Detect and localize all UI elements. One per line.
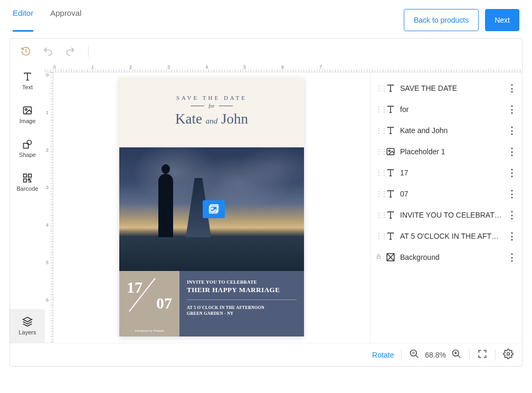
layer-label: INVITE YOU TO CELEBRATE …: [400, 211, 503, 219]
svg-rect-6: [24, 174, 27, 177]
svg-point-12: [212, 208, 213, 210]
layer-row[interactable]: ⋮⋮Kate and John⋮: [374, 120, 519, 141]
image-icon: [385, 146, 396, 157]
text-icon: [385, 167, 396, 178]
background-icon: [385, 252, 396, 263]
layer-label: 07: [400, 190, 503, 198]
text-icon: [385, 104, 396, 115]
layer-menu-icon[interactable]: ⋮: [507, 188, 517, 200]
left-toolbar: Text Image Shape Barcode Layers: [10, 64, 45, 343]
layer-menu-icon[interactable]: ⋮: [507, 146, 517, 157]
save-the-date-text[interactable]: SAVE THE DATE: [119, 95, 304, 101]
ruler-vertical: 0123456: [45, 72, 53, 343]
top-bar: Editor Approval Back to products Next: [0, 0, 532, 32]
names-text[interactable]: Kate and John: [119, 111, 304, 127]
svg-point-38: [507, 353, 510, 355]
zoom-controls: 68.8%: [409, 349, 462, 361]
drag-handle-icon[interactable]: ⋮⋮: [376, 148, 381, 155]
text-icon: [385, 125, 396, 136]
tab-editor[interactable]: Editor: [13, 8, 33, 32]
layer-label: AT 5 O'CLOCK IN THE AFTE…: [400, 232, 503, 240]
drag-handle-icon[interactable]: ⋮⋮: [376, 169, 381, 176]
layer-menu-icon[interactable]: ⋮: [507, 209, 517, 221]
svg-line-32: [416, 355, 419, 358]
text-icon: [385, 231, 396, 241]
tool-image-label: Image: [20, 118, 36, 124]
layer-row[interactable]: ⋮⋮17⋮: [374, 162, 519, 183]
svg-point-3: [25, 109, 27, 110]
text-icon: [385, 83, 396, 93]
status-bar: Rotate 68.8%: [10, 343, 522, 366]
tool-image[interactable]: Image: [10, 98, 45, 132]
tool-barcode[interactable]: Barcode: [10, 165, 45, 199]
invitation-card[interactable]: SAVE THE DATE for Kate and John: [119, 78, 304, 336]
card-header: SAVE THE DATE for Kate and John: [119, 78, 304, 147]
layer-menu-icon[interactable]: ⋮: [507, 167, 517, 179]
next-button[interactable]: Next: [485, 9, 519, 31]
drag-handle-icon[interactable]: [376, 254, 381, 261]
svg-rect-8: [24, 179, 27, 182]
zoom-level: 68.8%: [425, 351, 446, 359]
redo-button[interactable]: [64, 45, 77, 58]
zoom-in-icon[interactable]: [451, 349, 462, 361]
drag-handle-icon[interactable]: ⋮⋮: [376, 232, 381, 240]
card-info-block[interactable]: INVITE YOU TO CELEBRATE THEIR HAPPY MARR…: [179, 271, 304, 336]
card-date-block[interactable]: 17 07 Designed by Freepik: [119, 271, 179, 336]
layer-label: Kate and John: [400, 126, 503, 135]
tool-layers-label: Layers: [18, 329, 36, 335]
tab-approval[interactable]: Approval: [50, 8, 81, 32]
layer-row[interactable]: Background⋮: [374, 247, 519, 268]
zoom-out-icon[interactable]: [409, 349, 420, 361]
canvas-stage[interactable]: SAVE THE DATE for Kate and John: [53, 72, 370, 343]
layer-row[interactable]: ⋮⋮INVITE YOU TO CELEBRATE …⋮: [374, 204, 519, 226]
svg-rect-7: [28, 174, 32, 177]
card-photo-placeholder[interactable]: [119, 147, 304, 271]
tool-barcode-label: Barcode: [17, 185, 39, 192]
canvas-area: 01234567 0123456 SAVE THE DATE for Kate …: [45, 64, 522, 343]
tool-layers[interactable]: Layers: [10, 309, 45, 343]
layer-row[interactable]: ⋮⋮SAVE THE DATE⋮: [374, 78, 519, 99]
layer-label: for: [400, 105, 503, 114]
layer-label: Background: [400, 253, 503, 261]
tabs: Editor Approval: [13, 8, 81, 32]
layer-row[interactable]: ⋮⋮AT 5 O'CLOCK IN THE AFTE…⋮: [374, 226, 519, 247]
card-bottom: 17 07 Designed by Freepik INVITE YOU TO …: [119, 271, 304, 336]
undo-button[interactable]: [42, 45, 54, 58]
text-icon: [385, 210, 396, 220]
tool-shape[interactable]: Shape: [10, 132, 45, 165]
svg-marker-9: [23, 317, 32, 322]
layer-row[interactable]: ⋮⋮for⋮: [374, 99, 519, 120]
tool-text-label: Text: [22, 84, 33, 90]
text-icon: [385, 189, 396, 199]
tool-shape-label: Shape: [19, 152, 36, 158]
history-icon[interactable]: [20, 45, 32, 58]
layers-panel: ⋮⋮SAVE THE DATE⋮⋮⋮for⋮⋮⋮Kate and John⋮⋮⋮…: [370, 72, 522, 343]
svg-rect-29: [377, 256, 380, 259]
layer-menu-icon[interactable]: ⋮: [507, 82, 517, 94]
ruler-horizontal: 01234567: [45, 64, 522, 72]
editor-main: Text Image Shape Barcode Layers 0123: [10, 64, 522, 343]
toolbar-separator: [88, 45, 89, 57]
layer-menu-icon[interactable]: ⋮: [507, 125, 517, 136]
layer-label: SAVE THE DATE: [400, 84, 503, 92]
drag-handle-icon[interactable]: ⋮⋮: [376, 190, 381, 198]
drag-handle-icon[interactable]: ⋮⋮: [376, 85, 381, 92]
drag-handle-icon[interactable]: ⋮⋮: [376, 127, 381, 134]
fullscreen-icon[interactable]: [477, 349, 488, 361]
back-to-products-button[interactable]: Back to products: [404, 9, 479, 31]
layer-label: 17: [400, 169, 503, 177]
layer-row[interactable]: ⋮⋮07⋮: [374, 183, 519, 204]
layer-menu-icon[interactable]: ⋮: [507, 230, 517, 242]
layer-menu-icon[interactable]: ⋮: [507, 104, 517, 115]
drag-handle-icon[interactable]: ⋮⋮: [376, 106, 381, 113]
tool-text[interactable]: Text: [10, 64, 45, 98]
rotate-button[interactable]: Rotate: [372, 351, 394, 359]
drag-handle-icon[interactable]: ⋮⋮: [376, 211, 381, 219]
top-toolbar: [10, 39, 522, 64]
settings-icon[interactable]: [503, 349, 514, 361]
layer-row[interactable]: ⋮⋮Placeholder 1⋮: [374, 141, 519, 162]
layer-menu-icon[interactable]: ⋮: [507, 251, 517, 263]
svg-line-35: [458, 355, 461, 358]
for-text[interactable]: for: [119, 103, 304, 109]
image-placeholder-icon[interactable]: [203, 200, 225, 218]
